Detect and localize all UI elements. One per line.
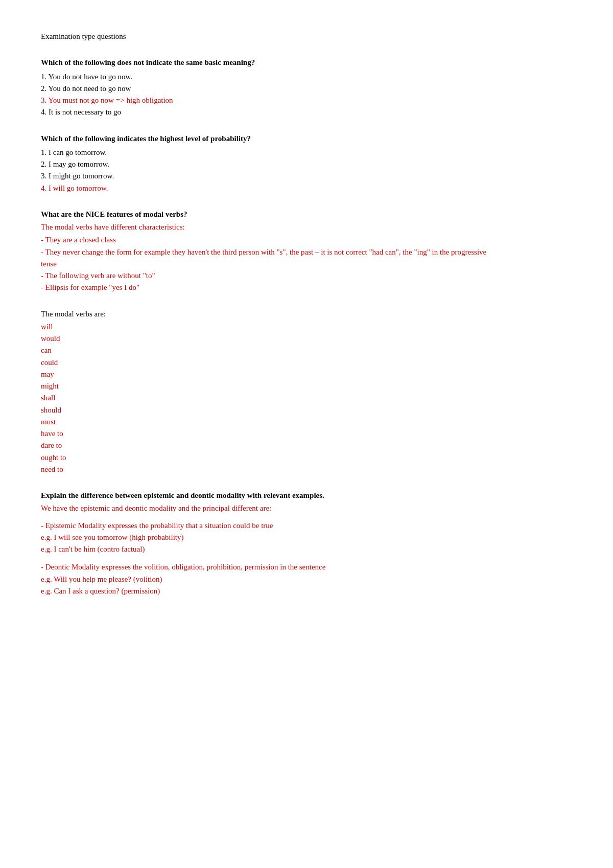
deontic-example2: e.g. Can I ask a question? (permission) xyxy=(41,585,572,597)
q2-item1: 1. I can go tomorrow. xyxy=(41,147,572,158)
section-question1: Which of the following does not indicate… xyxy=(41,57,572,118)
q1-item1: 1. You do not have to go now. xyxy=(41,71,572,83)
nice-point2: - They never change the form for example… xyxy=(41,246,501,270)
nice-point1: - They are a closed class xyxy=(41,234,572,246)
modal-verb-ought-to: ought to xyxy=(41,452,572,464)
q2-item2: 2. I may go tomorrow. xyxy=(41,158,572,170)
section-nice-features: What are the NICE features of modal verb… xyxy=(41,209,572,294)
section-modal-verbs: The modal verbs are: will would can coul… xyxy=(41,308,572,476)
epistemic-header: - Epistemic Modality expresses the proba… xyxy=(41,520,572,532)
nice-question: What are the NICE features of modal verb… xyxy=(41,209,572,220)
question1-text: Which of the following does not indicate… xyxy=(41,57,572,68)
deontic-example1: e.g. Will you help me please? (volition) xyxy=(41,574,572,585)
section-question2: Which of the following indicates the hig… xyxy=(41,133,572,194)
modal-verb-could: could xyxy=(41,357,572,369)
modal-verb-will: will xyxy=(41,321,572,333)
modal-verb-should: should xyxy=(41,404,572,416)
modality-question: Explain the difference between epistemic… xyxy=(41,490,572,501)
modal-verb-dare-to: dare to xyxy=(41,440,572,451)
q1-item2: 2. You do not need to go now xyxy=(41,83,572,95)
nice-intro: The modal verbs have different character… xyxy=(41,221,572,233)
q1-item4: 4. It is not necessary to go xyxy=(41,106,572,118)
modal-verbs-intro: The modal verbs are: xyxy=(41,308,572,320)
modal-verb-might: might xyxy=(41,380,572,392)
modal-verb-must: must xyxy=(41,416,572,428)
nice-point4: - Ellipsis for example "yes I do" xyxy=(41,282,572,293)
section-heading: Examination type questions xyxy=(41,31,572,42)
epistemic-example2: e.g. I can't be him (contro factual) xyxy=(41,543,572,555)
q1-item3: 3. You must not go now => high obligatio… xyxy=(41,95,572,106)
epistemic-example1: e.g. I will see you tomorrow (high proba… xyxy=(41,532,572,543)
modal-verb-may: may xyxy=(41,369,572,380)
deontic-header: - Deontic Modality expresses the volitio… xyxy=(41,561,572,573)
section-modality-explanation: Explain the difference between epistemic… xyxy=(41,490,572,597)
nice-point3: - The following verb are without "to" xyxy=(41,270,572,282)
modal-verb-need-to: need to xyxy=(41,464,572,475)
question2-text: Which of the following indicates the hig… xyxy=(41,133,572,145)
q2-item3: 3. I might go tomorrow. xyxy=(41,170,572,182)
modal-verb-would: would xyxy=(41,333,572,345)
examination-heading: Examination type questions xyxy=(41,32,126,40)
modal-verb-can: can xyxy=(41,345,572,356)
modality-intro: We have the epistemic and deontic modali… xyxy=(41,502,572,514)
modal-verb-have-to: have to xyxy=(41,428,572,440)
q2-item4: 4. I will go tomorrow. xyxy=(41,182,572,194)
modal-verb-shall: shall xyxy=(41,392,572,404)
